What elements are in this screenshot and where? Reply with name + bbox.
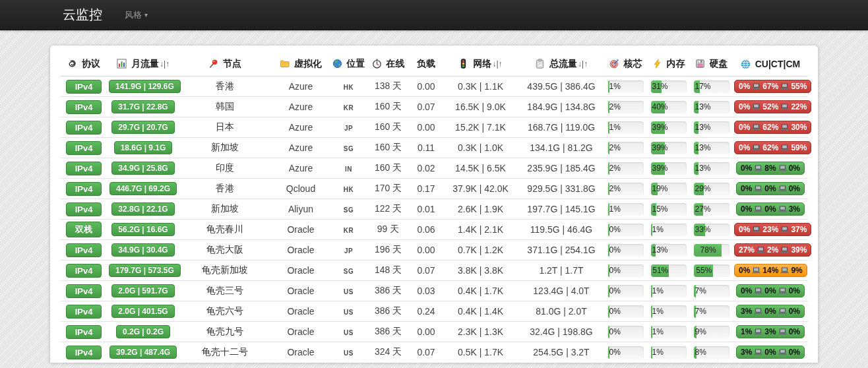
col-header-total-traffic[interactable]: 总流量↓|↑ xyxy=(518,49,604,77)
isp-usage-badge: 0% 8% 0% xyxy=(736,162,805,175)
pushpin-icon xyxy=(208,59,218,69)
server-row: IPv4 179.7G | 573.5G 龟壳新加坡 Oracle SG 148… xyxy=(60,261,808,281)
col-header-cu-ct-cm: CU|CT|CM xyxy=(733,49,808,77)
load-value: 0.07 xyxy=(417,347,435,357)
node-name: 龟壳三号 xyxy=(206,285,243,295)
ct-usage: 0% xyxy=(764,348,776,357)
cm-usage: 0% xyxy=(789,327,800,336)
monthly-traffic-badge: 179.7G | 573.5G xyxy=(109,264,181,277)
ct-usage: 52% xyxy=(762,102,778,111)
virtualization-value: Qcloud xyxy=(286,183,315,194)
clipboard-icon xyxy=(535,59,545,69)
location-code: HK xyxy=(344,84,354,91)
cu-usage: 3% xyxy=(741,307,752,316)
ct-usage: 0% xyxy=(764,286,776,295)
disk-usage-bar: 7% xyxy=(694,285,729,297)
total-traffic-value: 81.0G | 2.0T xyxy=(536,306,587,317)
total-traffic-value: 134.1G | 81.2G xyxy=(530,142,592,153)
disk-usage-bar: 13% xyxy=(694,142,729,154)
location-code: SG xyxy=(344,145,354,152)
load-value: 0.24 xyxy=(417,306,435,317)
network-speed: 3.8K | 3.8K xyxy=(458,265,503,276)
virtualization-value: Azure xyxy=(289,142,313,153)
total-traffic-value: 929.5G | 331.8G xyxy=(527,183,595,194)
location-code: US xyxy=(344,288,354,295)
laptop-icon xyxy=(754,328,762,335)
cm-usage: 55% xyxy=(791,82,807,91)
location-code: HK xyxy=(344,186,354,193)
protocol-badge: IPv4 xyxy=(66,121,102,135)
cm-usage: 30% xyxy=(791,123,807,132)
sort-indicator[interactable]: ↓|↑ xyxy=(492,59,502,69)
laptop-icon xyxy=(754,308,762,315)
cm-usage: 9% xyxy=(791,266,802,275)
bar-chart-icon xyxy=(117,59,127,69)
load-value: 0.11 xyxy=(418,142,435,153)
disk-usage-bar: 13% xyxy=(694,101,729,113)
ct-usage: 67% xyxy=(762,82,778,91)
online-days: 160 天 xyxy=(375,121,402,132)
total-traffic-value: 197.7G | 145.1G xyxy=(527,204,595,214)
online-days: 386 天 xyxy=(375,305,402,316)
disk-usage-bar: 17% xyxy=(694,80,729,93)
network-speed: 1.4K | 2.1K xyxy=(458,224,503,235)
protocol-badge: IPv4 xyxy=(66,182,102,196)
load-value: 0.07 xyxy=(417,265,435,276)
total-traffic-value: 32.4G | 198.8G xyxy=(530,326,592,337)
isp-usage-badge: 0% 0% 0% xyxy=(736,284,805,297)
server-row: 双栈 56.2G | 16.6G 龟壳春川 Oracle KR 99 天 0.0… xyxy=(60,220,808,240)
online-days: 122 天 xyxy=(375,203,402,214)
col-header-network[interactable]: 网络↓|↑ xyxy=(443,49,518,77)
ct-usage: 23% xyxy=(762,225,778,234)
laptop-icon xyxy=(754,206,762,212)
core-usage-bar: 2% xyxy=(608,162,644,175)
ct-usage: 62% xyxy=(762,143,778,152)
laptop-icon xyxy=(752,104,760,110)
network-speed: 0.3K | 1.1K xyxy=(458,81,503,92)
load-value: 0.00 xyxy=(417,245,435,255)
sort-indicator[interactable]: ↓|↑ xyxy=(578,59,588,69)
memory-usage-bar: 19% xyxy=(651,183,687,195)
memory-usage-bar: 1% xyxy=(651,346,687,359)
load-value: 0.03 xyxy=(417,286,435,296)
core-usage-bar: 1% xyxy=(608,80,644,93)
location-code: US xyxy=(344,329,354,336)
ct-usage: 8% xyxy=(764,164,776,173)
cu-usage: 0% xyxy=(741,204,752,214)
protocol-badge: IPv4 xyxy=(66,162,102,175)
col-header-online: 在线 xyxy=(367,49,410,77)
laptop-icon xyxy=(780,144,789,151)
virtualization-value: Azure xyxy=(289,102,313,112)
memory-usage-bar: 13% xyxy=(651,244,687,257)
load-value: 0.00 xyxy=(417,122,435,133)
online-days: 160 天 xyxy=(375,142,402,152)
globe-icon xyxy=(332,59,342,69)
col-header-monthly-traffic[interactable]: 月流量↓|↑ xyxy=(108,49,179,77)
location-code: SG xyxy=(344,268,354,275)
cu-usage: 0% xyxy=(739,82,750,91)
cu-usage: 3% xyxy=(741,348,752,357)
location-code: JP xyxy=(344,247,353,255)
laptop-icon xyxy=(778,328,787,335)
virtualization-value: Oracle xyxy=(287,265,314,276)
online-days: 148 天 xyxy=(375,264,402,275)
sort-indicator[interactable]: ↓|↑ xyxy=(160,59,170,69)
app-brand[interactable]: 云监控 xyxy=(49,6,115,24)
disk-usage-bar: 29% xyxy=(694,183,729,195)
core-usage-bar: 0% xyxy=(608,305,644,318)
load-value: 0.00 xyxy=(417,326,435,337)
monthly-traffic-badge: 34.9G | 30.4G xyxy=(111,243,174,257)
laptop-icon xyxy=(780,83,789,90)
server-row: IPv4 0.2G | 0.2G 龟壳九号 Oracle US 386 天 0.… xyxy=(60,322,808,342)
virtualization-value: Oracle xyxy=(287,224,314,235)
load-value: 0.17 xyxy=(417,183,435,194)
header-row: 协议 月流量↓|↑ 节点 虚拟化 位置 在线 负载 xyxy=(60,49,808,77)
laptop-icon xyxy=(752,83,760,90)
disk-usage-bar: 13% xyxy=(694,121,729,134)
monthly-traffic-badge: 0.2G | 0.2G xyxy=(116,325,170,338)
style-menu[interactable]: 风格 ▾ xyxy=(125,9,148,21)
network-speed: 2.3K | 1.3K xyxy=(458,326,503,337)
server-row: IPv4 446.7G | 69.2G 香港 Qcloud HK 170 天 0… xyxy=(60,179,808,199)
location-code: US xyxy=(344,309,354,316)
memory-usage-bar: 51% xyxy=(651,264,687,277)
